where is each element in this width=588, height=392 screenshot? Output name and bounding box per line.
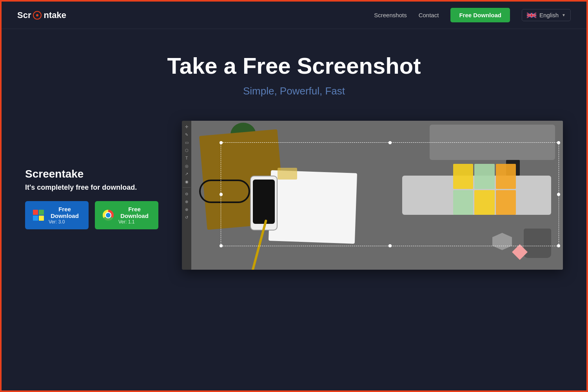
product-name: Screentake (25, 168, 158, 180)
main-content: Screentake It's completely free for down… (2, 113, 586, 293)
flag-icon (527, 12, 536, 18)
download-buttons: Free Download Ver: 3.0 Free Download Ver… (25, 201, 158, 229)
sticky-note-4 (453, 190, 473, 215)
tool-zoom-in[interactable]: ⊕ (184, 199, 189, 204)
hero-subtitle: Simple, Powerful, Fast (25, 85, 563, 97)
screenshot-toolbar: ✛ ✎ ▭ ⬡ T ◎ ↗ ◉ ⊖ ⊕ ⊕ ↺ (182, 121, 191, 270)
product-description: It's completely free for download. (25, 183, 158, 192)
tool-zoom-out[interactable]: ⊖ (184, 191, 189, 196)
desk-scene (191, 121, 563, 270)
tool-arrow[interactable]: ↗ (184, 171, 189, 176)
windows-button-text: Free Download Ver: 3.0 (49, 206, 81, 225)
chrome-download-button[interactable]: Free Download Ver: 1.1 (95, 201, 158, 229)
chevron-down-icon: ▼ (562, 13, 566, 17)
tool-shape[interactable]: ⬡ (184, 147, 189, 153)
sticky-note-1 (453, 164, 473, 189)
phone-screen (253, 180, 275, 224)
tool-zoom-fit[interactable]: ⊕ (184, 207, 189, 212)
chrome-icon (103, 210, 114, 221)
paper-clips (278, 168, 297, 180)
sticky-notes-area (453, 164, 516, 215)
tool-target[interactable]: ◉ (184, 179, 189, 184)
hero-title: Take a Free Screenshot (25, 53, 563, 79)
tool-text[interactable]: T (184, 155, 189, 161)
windows-version: Ver: 3.0 (49, 219, 65, 225)
sticky-note-3 (496, 164, 516, 189)
main-nav: Screenshots Contact Free Download Englis… (374, 8, 571, 22)
chrome-version: Ver: 1.1 (118, 219, 134, 225)
screenshot-preview: ✛ ✎ ▭ ⬡ T ◎ ↗ ◉ ⊖ ⊕ ⊕ ↺ (182, 121, 563, 270)
tool-circle[interactable]: ◎ (184, 163, 189, 169)
left-section: Screentake It's completely free for down… (25, 121, 158, 229)
windows-download-label: Free Download (49, 206, 81, 219)
hero-section: Take a Free Screenshot Simple, Powerful,… (2, 29, 586, 113)
glasses (199, 180, 250, 203)
toolbar-divider-1 (183, 187, 190, 188)
chrome-button-text: Free Download Ver: 1.1 (118, 206, 151, 225)
logo-icon (33, 11, 42, 20)
header: Scr ntake Screenshots Contact Free Downl… (2, 2, 586, 29)
windows-download-button[interactable]: Free Download Ver: 3.0 (25, 201, 89, 229)
language-selector[interactable]: English ▼ (522, 9, 571, 21)
tool-reset[interactable]: ↺ (184, 214, 189, 220)
canvas-area (191, 121, 563, 270)
logo-text-part2: ntake (44, 10, 66, 20)
tool-cursor[interactable]: ✛ (184, 124, 189, 129)
language-label: English (539, 12, 559, 18)
nav-screenshots[interactable]: Screenshots (374, 12, 407, 18)
white-notebook (269, 170, 357, 244)
windows-icon (33, 210, 44, 221)
logo[interactable]: Scr ntake (17, 10, 66, 20)
sticky-note-6 (496, 190, 516, 215)
logo-text-part1: Scr (17, 10, 31, 20)
sticky-note-2 (474, 164, 494, 189)
nav-contact[interactable]: Contact (419, 12, 439, 18)
right-section: ✛ ✎ ▭ ⬡ T ◎ ↗ ◉ ⊖ ⊕ ⊕ ↺ (182, 121, 563, 270)
chrome-download-label: Free Download (118, 206, 151, 219)
tool-pen[interactable]: ✎ (184, 132, 189, 137)
nav-download-button[interactable]: Free Download (450, 8, 510, 22)
coffee-cup (524, 229, 551, 258)
keyboard-top (430, 125, 555, 160)
sticky-note-5 (474, 190, 494, 215)
tool-rect[interactable]: ▭ (184, 140, 189, 145)
